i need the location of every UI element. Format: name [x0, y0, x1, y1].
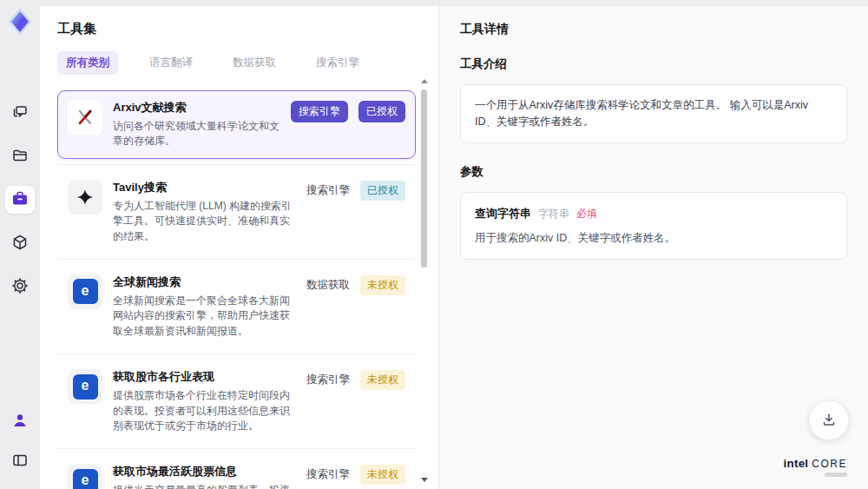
download-button[interactable]: [809, 400, 849, 440]
toolbox-icon: [10, 189, 30, 211]
cube-icon: [11, 234, 29, 254]
tool-text: Tavily搜索 专为人工智能代理 (LLM) 构建的搜索引擎工具。可快速提供实…: [113, 180, 296, 244]
param-head: 查询字符串 字符串 必填: [475, 205, 832, 222]
tool-list-item[interactable]: e 获取股市各行业表现 提供股票市场各个行业在特定时间段内的表现。投资者可以利用…: [57, 360, 416, 443]
param-description: 用于搜索的Arxiv ID、关键字或作者姓名。: [475, 230, 832, 247]
tool-name: Tavily搜索: [113, 180, 296, 195]
market-app-icon: e: [68, 369, 102, 404]
tool-auth-badge: 未授权: [360, 465, 405, 485]
intel-core-logo: intel CORE: [784, 457, 847, 477]
tool-list-item[interactable]: e 全球新闻搜索 全球新闻搜索是一个聚合全球各大新闻网站内容的搜索引擎，帮助用户…: [57, 265, 416, 348]
tool-list-pane: 工具集 所有类别 语言翻译 数据获取 搜索引擎 Arxiv文献搜索 访问各个研究…: [40, 6, 438, 489]
sidebar-item-models[interactable]: [5, 229, 35, 257]
sidebar-bottom: [5, 407, 35, 475]
brand-intel-text: intel: [784, 457, 809, 470]
tool-meta: 搜索引擎 已授权: [291, 100, 405, 122]
tool-row: e 获取股市各行业表现 提供股票市场各个行业在特定时间段内的表现。投资者可以利用…: [57, 354, 416, 449]
scrollbar-thumb[interactable]: [421, 89, 427, 268]
tool-description: 专为人工智能代理 (LLM) 构建的搜索引擎工具。可快速提供实时、准确和真实的结…: [113, 199, 296, 244]
app-logo[interactable]: [7, 7, 33, 40]
brand-core-text: CORE: [812, 458, 847, 470]
sidebar-item-files[interactable]: [5, 142, 35, 170]
tool-description: 提供股票市场各个行业在特定时间段内的表现。投资者可以利用这些信息来识别表现优于或…: [113, 388, 296, 433]
tool-details-pane: 工具详情 工具介绍 一个用于从Arxiv存储库搜索科学论文和文章的工具。 输入可…: [438, 6, 868, 489]
scrollbar-down-arrow[interactable]: [421, 478, 428, 482]
tool-intro-text: 一个用于从Arxiv存储库搜索科学论文和文章的工具。 输入可以是Arxiv ID…: [460, 84, 847, 143]
sidebar-item-user[interactable]: [5, 407, 35, 435]
arxiv-logo-icon: [68, 100, 102, 135]
sidebar-nav: [5, 99, 35, 301]
gem-logo-icon: [7, 24, 33, 39]
tool-text: 全球新闻搜索 全球新闻搜索是一个聚合全球各大新闻网站内容的搜索引擎，帮助用户快速…: [113, 274, 296, 339]
param-name: 查询字符串: [475, 205, 531, 222]
param-card: 查询字符串 字符串 必填 用于搜索的Arxiv ID、关键字或作者姓名。: [460, 192, 847, 260]
sidebar-item-settings[interactable]: [5, 273, 35, 301]
tavily-star-icon: [68, 180, 102, 215]
app-window: 工具集 所有类别 语言翻译 数据获取 搜索引擎 Arxiv文献搜索 访问各个研究…: [0, 0, 868, 489]
panel-toggle-icon: [11, 452, 29, 472]
folder-icon: [11, 147, 29, 167]
category-tabs: 所有类别 语言翻译 数据获取 搜索引擎: [57, 51, 416, 75]
sidebar-item-chat[interactable]: [5, 99, 35, 127]
market-app-icon: e: [68, 464, 102, 489]
tool-list: Arxiv文献搜索 访问各个研究领域大量科学论文和文章的存储库。 搜索引擎 已授…: [57, 85, 416, 489]
sidebar-item-tools[interactable]: [5, 186, 35, 214]
settings-icon: [11, 277, 29, 297]
download-icon: [821, 412, 837, 430]
tab-all-categories[interactable]: 所有类别: [57, 51, 118, 75]
tab-language-translation[interactable]: 语言翻译: [141, 51, 201, 75]
tool-meta: 搜索引擎 已授权: [306, 180, 405, 201]
tool-list-item[interactable]: Tavily搜索 专为人工智能代理 (LLM) 构建的搜索引擎工具。可快速提供实…: [57, 170, 416, 254]
tool-category: 搜索引擎: [291, 101, 348, 122]
user-icon: [11, 412, 29, 432]
tool-category: 搜索引擎: [306, 183, 350, 198]
tool-meta: 搜索引擎 未授权: [306, 464, 405, 485]
tool-name: 获取股市各行业表现: [113, 369, 296, 385]
intro-heading: 工具介绍: [460, 56, 847, 72]
chat-icon: [11, 103, 29, 123]
sidebar: [0, 0, 40, 489]
tool-meta: 搜索引擎 未授权: [306, 369, 405, 390]
tool-list-item[interactable]: Arxiv文献搜索 访问各个研究领域大量科学论文和文章的存储库。 搜索引擎 已授…: [57, 90, 416, 159]
brand-sub-bar: [825, 472, 847, 477]
scrollbar[interactable]: [420, 79, 428, 482]
page-title: 工具集: [57, 21, 416, 37]
tool-auth-badge: 已授权: [358, 101, 405, 122]
tool-list-item[interactable]: e 获取市场最活跃股票信息 提供当天交易量最高的股票列表。投资者可以利用这些信息…: [57, 454, 416, 489]
tool-text: 获取股市各行业表现 提供股票市场各个行业在特定时间段内的表现。投资者可以利用这些…: [113, 369, 296, 433]
tool-auth-badge: 未授权: [360, 370, 405, 390]
tool-name: Arxiv文献搜索: [113, 100, 280, 116]
tool-row: e 获取市场最活跃股票信息 提供当天交易量最高的股票列表。投资者可以利用这些信息…: [57, 449, 416, 489]
tool-name: 获取市场最活跃股票信息: [113, 464, 296, 479]
tool-category: 搜索引擎: [306, 373, 350, 387]
sidebar-item-panel-toggle[interactable]: [5, 447, 35, 475]
details-title: 工具详情: [460, 22, 847, 37]
params-heading: 参数: [460, 164, 847, 180]
tool-description: 提供当天交易量最高的股票列表。投资者可以利用这些信息来识别流动性强的股票和潜在的…: [113, 483, 296, 489]
tool-auth-badge: 已授权: [360, 181, 405, 201]
tool-description: 访问各个研究领域大量科学论文和文章的存储库。: [113, 119, 280, 149]
tool-description: 全球新闻搜索是一个聚合全球各大新闻网站内容的搜索引擎，帮助用户快速获取全球最新资…: [113, 294, 296, 339]
scrollbar-up-arrow[interactable]: [421, 79, 428, 83]
tab-search-engine[interactable]: 搜索引擎: [307, 51, 368, 75]
tool-auth-badge: 未授权: [360, 275, 405, 295]
tool-row: e 全球新闻搜索 全球新闻搜索是一个聚合全球各大新闻网站内容的搜索引擎，帮助用户…: [57, 260, 416, 354]
tool-category: 搜索引擎: [306, 467, 350, 482]
param-required-badge: 必填: [576, 206, 597, 221]
tab-data-acquisition[interactable]: 数据获取: [224, 51, 285, 75]
tool-row: Arxiv文献搜索 访问各个研究领域大量科学论文和文章的存储库。 搜索引擎 已授…: [57, 85, 416, 165]
tool-text: Arxiv文献搜索 访问各个研究领域大量科学论文和文章的存储库。: [113, 100, 280, 149]
tool-category: 数据获取: [306, 278, 350, 293]
param-type: 字符串: [538, 206, 569, 221]
tool-meta: 数据获取 未授权: [306, 274, 405, 295]
news-app-icon: e: [68, 274, 102, 309]
tool-text: 获取市场最活跃股票信息 提供当天交易量最高的股票列表。投资者可以利用这些信息来识…: [113, 464, 296, 489]
tool-row: Tavily搜索 专为人工智能代理 (LLM) 构建的搜索引擎工具。可快速提供实…: [57, 165, 416, 260]
tool-name: 全球新闻搜索: [113, 274, 296, 290]
